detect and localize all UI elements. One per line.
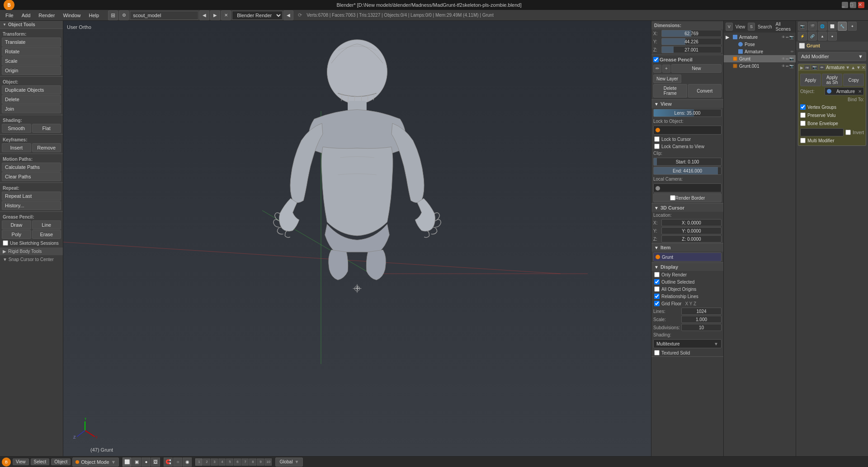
join-button[interactable]: Join bbox=[2, 104, 61, 113]
line-button[interactable]: Line bbox=[32, 220, 61, 229]
display-header[interactable]: ▼ Display bbox=[651, 263, 723, 271]
delete-frame-button[interactable]: Delete Frame bbox=[653, 84, 687, 98]
lock-object-field[interactable] bbox=[653, 126, 722, 135]
wire-shading-button[interactable]: ▣ bbox=[132, 458, 141, 467]
multi-modifier-checkbox[interactable] bbox=[800, 138, 806, 143]
all-object-origins-checkbox[interactable] bbox=[654, 286, 660, 292]
search-icon-outliner[interactable]: S bbox=[748, 23, 755, 31]
bone-envelope-checkbox[interactable] bbox=[800, 121, 806, 126]
layer-2[interactable]: 2 bbox=[203, 458, 210, 466]
dim-z-value[interactable]: 27.001 bbox=[661, 46, 722, 53]
physics-icon[interactable]: ⚡ bbox=[798, 32, 807, 41]
remove-button[interactable]: Remove bbox=[32, 143, 61, 152]
viewport[interactable]: User Ortho bbox=[63, 21, 651, 456]
global-button[interactable]: Global ▼ bbox=[275, 458, 303, 467]
rigid-body-tools-header[interactable]: ▶ Rigid Body Tools bbox=[0, 248, 63, 255]
layer-8[interactable]: 8 bbox=[249, 458, 256, 466]
smooth-button[interactable]: Smooth bbox=[2, 124, 31, 133]
scene-name-field[interactable] bbox=[130, 11, 198, 20]
dimensions-header[interactable]: Dimensions: bbox=[651, 22, 723, 29]
calculate-paths-button[interactable]: Calculate Paths bbox=[2, 163, 61, 172]
scale-value[interactable]: 1.000 bbox=[681, 316, 722, 323]
object-icon[interactable]: ⬜ bbox=[828, 22, 837, 31]
scene-arrow-icon[interactable]: ◀ bbox=[199, 10, 209, 20]
repeat-last-button[interactable]: Repeat Last bbox=[2, 191, 61, 201]
tree-item-pose[interactable]: Pose bbox=[724, 41, 796, 48]
pivot-button[interactable]: ◉ bbox=[183, 458, 192, 467]
grease-pencil-icon1[interactable]: ✏ bbox=[653, 65, 661, 73]
render-border-checkbox[interactable] bbox=[670, 195, 675, 201]
lock-camera-checkbox[interactable] bbox=[654, 144, 660, 149]
item-header[interactable]: ▼ Item bbox=[651, 243, 723, 252]
menu-render[interactable]: Render bbox=[35, 12, 58, 19]
object-bottom-button[interactable]: Object bbox=[51, 458, 71, 465]
clip-start-field[interactable]: Start: 0.100 bbox=[653, 158, 722, 166]
layer-4[interactable]: 4 bbox=[218, 458, 226, 466]
tree-item-grunt-001[interactable]: Grunt.001 👁 ⬅ 📷 bbox=[724, 62, 796, 70]
add-modifier-button[interactable]: Add Modifier ▼ bbox=[798, 52, 866, 61]
layer-9[interactable]: 9 bbox=[257, 458, 264, 466]
object-mode-select[interactable]: Object Mode ▼ bbox=[72, 458, 119, 467]
local-camera-field[interactable] bbox=[653, 183, 722, 192]
particles-icon[interactable]: ✦ bbox=[848, 22, 857, 31]
lock-cursor-checkbox[interactable] bbox=[654, 136, 660, 142]
render-border-button[interactable]: Render Border bbox=[653, 193, 722, 202]
delete-button[interactable]: Delete bbox=[2, 95, 61, 104]
render-shading-button[interactable]: ● bbox=[142, 458, 151, 467]
convert-button[interactable]: Convert bbox=[688, 84, 722, 98]
dim-y-value[interactable]: 44.226 bbox=[661, 38, 722, 45]
scale-button[interactable]: Scale bbox=[2, 56, 61, 65]
grease-pencil-icon2[interactable]: + bbox=[662, 65, 670, 73]
render-icon[interactable]: 📷 bbox=[798, 22, 807, 31]
scene-next-icon[interactable]: ▶ bbox=[210, 10, 220, 20]
material-icon[interactable]: ● bbox=[828, 32, 837, 41]
apply-button[interactable]: Apply bbox=[800, 74, 821, 86]
draw-button[interactable]: Draw bbox=[2, 220, 31, 229]
menu-add[interactable]: Add bbox=[18, 12, 34, 19]
only-render-checkbox[interactable] bbox=[654, 272, 660, 277]
proportional-button[interactable]: ○ bbox=[173, 458, 182, 467]
poly-button[interactable]: Poly bbox=[2, 230, 31, 239]
world-icon[interactable]: 🌐 bbox=[818, 22, 827, 31]
invert-field[interactable] bbox=[800, 128, 844, 136]
scene-settings-icon[interactable]: ✕ bbox=[221, 10, 231, 20]
tree-item-grunt[interactable]: Grunt 👁 ⬅ 📷 bbox=[724, 55, 796, 62]
mod-render-icon-sm[interactable]: 📷 bbox=[811, 65, 818, 70]
clip-end-field[interactable]: End: 4416.000 bbox=[653, 167, 722, 175]
textured-solid-checkbox[interactable] bbox=[654, 350, 660, 355]
preserve-volu-checkbox[interactable] bbox=[800, 112, 806, 118]
object-dropdown[interactable]: Armature ✕ bbox=[825, 87, 864, 95]
renderer-select[interactable]: Blender Render bbox=[232, 11, 283, 20]
item-name-field[interactable]: Grunt bbox=[653, 252, 722, 262]
mod-up-icon[interactable]: ▲ bbox=[851, 65, 855, 70]
invert-checkbox[interactable] bbox=[845, 130, 851, 135]
view-bottom-button[interactable]: View bbox=[13, 458, 29, 465]
insert-button[interactable]: Insert bbox=[2, 143, 31, 152]
clear-paths-button[interactable]: Clear Paths bbox=[2, 172, 61, 181]
view-header[interactable]: ▼ View bbox=[651, 100, 723, 108]
new-button[interactable]: New bbox=[671, 64, 722, 73]
all-scenes-label[interactable]: All Scenes bbox=[776, 22, 794, 32]
mod-expand-icon[interactable]: ▼ bbox=[845, 65, 850, 70]
close-button[interactable]: ✕ bbox=[858, 2, 864, 8]
constraints-icon[interactable]: 🔗 bbox=[808, 32, 817, 41]
layer-7[interactable]: 7 bbox=[241, 458, 249, 466]
layer-3[interactable]: 3 bbox=[211, 458, 218, 466]
tree-item-armature-2[interactable]: Armature ✏ bbox=[724, 48, 796, 55]
apply-as-sh-button[interactable]: Apply as Sh bbox=[822, 74, 843, 86]
bottom-logo[interactable]: B bbox=[2, 458, 11, 467]
layer-10[interactable]: 10 bbox=[264, 458, 272, 466]
vertex-groups-checkbox[interactable] bbox=[800, 104, 806, 110]
menu-help[interactable]: Help bbox=[85, 12, 103, 19]
snap-button[interactable]: 🧲 bbox=[164, 458, 173, 467]
erase-button[interactable]: Erase bbox=[32, 230, 61, 239]
grease-pencil-checkbox[interactable] bbox=[653, 57, 659, 62]
layer-6[interactable]: 6 bbox=[234, 458, 241, 466]
translate-button[interactable]: Translate bbox=[2, 37, 61, 47]
search-label-outliner[interactable]: Search bbox=[756, 24, 774, 29]
shading-value-field[interactable]: Multitexture ▼ bbox=[653, 339, 722, 348]
engine-icon[interactable]: ⚙ bbox=[119, 10, 129, 20]
grid-floor-checkbox[interactable] bbox=[654, 301, 660, 306]
use-sketching-checkbox[interactable] bbox=[3, 240, 8, 246]
select-bottom-button[interactable]: Select bbox=[31, 458, 50, 465]
